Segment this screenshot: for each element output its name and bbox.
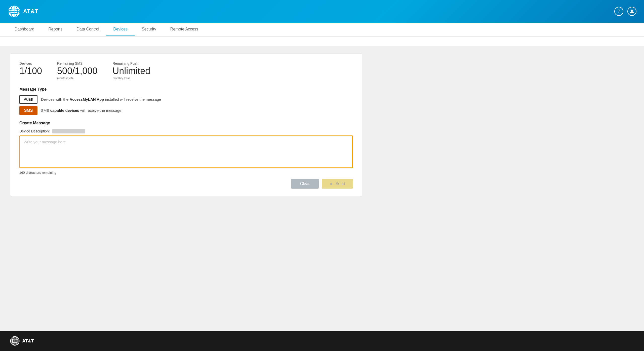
send-icon: ► <box>330 182 334 186</box>
device-desc-label: Device Description: <box>19 129 50 133</box>
sms-value: 500/1,000 <box>57 66 97 76</box>
nav-item-devices[interactable]: Devices <box>106 23 135 36</box>
main-card: Devices 1/100 Remaining SMS 500/1,000 mo… <box>10 54 362 196</box>
push-bold: AccessMyLAN App <box>69 97 104 101</box>
clear-button[interactable]: Clear <box>291 179 319 189</box>
user-icon <box>630 9 634 14</box>
att-logo-text: AT&T <box>23 8 38 15</box>
sms-bold: capable devices <box>50 108 79 113</box>
nav-bar: Dashboard Reports Data Control Devices S… <box>0 23 644 37</box>
att-globe-logo <box>8 5 21 18</box>
footer-logo: AT&T <box>10 336 34 346</box>
sms-label: Remaining SMS <box>57 61 97 65</box>
footer-att-globe-logo <box>10 336 20 346</box>
push-sub: monthly total <box>112 77 150 80</box>
sms-type-badge[interactable]: SMS <box>19 106 37 115</box>
device-desc-value <box>52 129 85 133</box>
char-remaining: 160 characters remaining <box>19 171 353 174</box>
push-type-desc: Devices with the AccessMyLAN App install… <box>41 97 161 101</box>
main-content: Devices 1/100 Remaining SMS 500/1,000 mo… <box>0 46 644 331</box>
action-buttons: Clear ► Send <box>19 179 353 189</box>
nav-item-remote-access[interactable]: Remote Access <box>163 23 205 36</box>
sms-sub: monthly total <box>57 77 97 80</box>
device-desc-row: Device Description: <box>19 129 353 133</box>
header-icons: ? <box>614 7 636 16</box>
push-value: Unlimited <box>112 66 150 76</box>
nav-item-security[interactable]: Security <box>135 23 163 36</box>
push-type-badge[interactable]: Push <box>19 95 37 104</box>
nav-item-data-control[interactable]: Data Control <box>69 23 106 36</box>
send-label: Send <box>336 182 345 186</box>
devices-stat: Devices 1/100 <box>19 61 42 80</box>
svg-point-6 <box>631 10 633 12</box>
message-textarea[interactable] <box>19 135 353 168</box>
push-stat: Remaining Push Unlimited monthly total <box>112 61 150 80</box>
push-label: Remaining Push <box>112 61 150 65</box>
header: AT&T ? <box>0 0 644 23</box>
message-type-title: Message Type <box>19 87 353 92</box>
create-message-title: Create Message <box>19 121 353 125</box>
stats-row: Devices 1/100 Remaining SMS 500/1,000 mo… <box>19 61 353 80</box>
sub-nav <box>0 37 644 46</box>
logo-area: AT&T <box>8 5 38 18</box>
push-type-row: Push Devices with the AccessMyLAN App in… <box>19 95 353 104</box>
devices-label: Devices <box>19 61 42 65</box>
sms-type-desc: SMS capable devices will receive the mes… <box>41 108 121 113</box>
sms-stat: Remaining SMS 500/1,000 monthly total <box>57 61 97 80</box>
create-message-section: Create Message Device Description: 160 c… <box>19 121 353 189</box>
nav-item-dashboard[interactable]: Dashboard <box>8 23 41 36</box>
user-button[interactable] <box>627 7 636 16</box>
sms-type-row: SMS SMS capable devices will receive the… <box>19 106 353 115</box>
help-button[interactable]: ? <box>614 7 623 16</box>
footer-logo-text: AT&T <box>22 338 34 344</box>
devices-value: 1/100 <box>19 66 42 76</box>
nav-item-reports[interactable]: Reports <box>41 23 69 36</box>
send-button[interactable]: ► Send <box>322 179 353 189</box>
footer: AT&T <box>0 331 644 351</box>
